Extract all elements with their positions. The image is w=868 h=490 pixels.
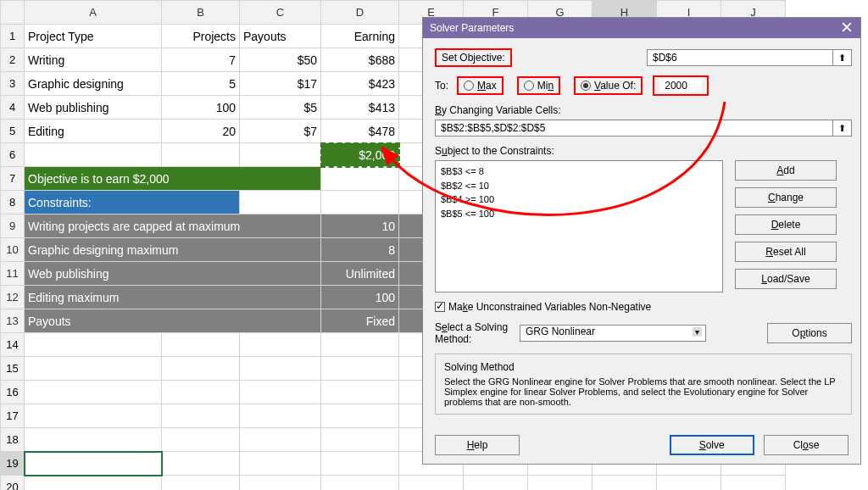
- loadsave-button[interactable]: Load/Save: [735, 269, 837, 289]
- cell-A1[interactable]: Project Type: [25, 25, 162, 48]
- cell-C1[interactable]: Payouts: [240, 25, 321, 48]
- set-objective-input[interactable]: [647, 49, 833, 66]
- objective-text[interactable]: Objective is to earn $2,000: [25, 167, 321, 191]
- cell-D1[interactable]: Earning: [321, 25, 399, 48]
- resetall-button[interactable]: Reset All: [735, 242, 837, 262]
- valueof-input[interactable]: [659, 79, 702, 92]
- to-label: To:: [435, 80, 448, 92]
- row-header-5[interactable]: 5: [1, 120, 25, 143]
- solve-button[interactable]: Solve: [670, 435, 754, 455]
- constraint-3-val[interactable]: Unlimited: [321, 262, 399, 286]
- constraint-2-val[interactable]: 8: [321, 238, 399, 262]
- row-header-3[interactable]: 3: [1, 72, 25, 96]
- constraint-5-text[interactable]: Payouts: [25, 309, 321, 333]
- constraint-2-text[interactable]: Graphic designing maximum: [25, 238, 321, 262]
- cell-D2[interactable]: $688: [321, 48, 399, 72]
- row-header-15[interactable]: 15: [1, 357, 25, 381]
- row-header-18[interactable]: 18: [1, 428, 25, 452]
- delete-button[interactable]: Delete: [735, 214, 837, 235]
- help-button[interactable]: Help: [435, 435, 520, 455]
- cell-A19-selected[interactable]: [25, 452, 162, 476]
- col-header-A[interactable]: A: [25, 1, 162, 25]
- row-header-7[interactable]: 7: [1, 167, 25, 191]
- row-header-11[interactable]: 11: [1, 262, 25, 286]
- cell-C5[interactable]: $7: [240, 120, 321, 143]
- valueof-radio[interactable]: [581, 81, 591, 91]
- select-all-corner[interactable]: [1, 1, 25, 25]
- row-header-10[interactable]: 10: [1, 238, 25, 262]
- min-radio[interactable]: [524, 81, 534, 91]
- row-header-13[interactable]: 13: [1, 309, 25, 333]
- valueof-label: Value Of:: [594, 80, 636, 92]
- options-button[interactable]: Options: [767, 323, 852, 343]
- add-button[interactable]: Add: [735, 160, 837, 181]
- range-picker-icon-2[interactable]: ⬆: [833, 120, 852, 136]
- change-button[interactable]: Change: [735, 187, 837, 208]
- row-header-12[interactable]: 12: [1, 286, 25, 309]
- row-header-16[interactable]: 16: [1, 381, 25, 404]
- constraint-4-text[interactable]: Editing maximum: [25, 286, 321, 309]
- row-header-2[interactable]: 2: [1, 48, 25, 72]
- row-header-8[interactable]: 8: [1, 191, 25, 214]
- row-header-19[interactable]: 19: [1, 452, 25, 476]
- select-method-label: Select a Solving Method:: [435, 321, 511, 345]
- row-header-1[interactable]: 1: [1, 25, 25, 48]
- cell-A4[interactable]: Web publishing: [25, 96, 162, 120]
- cell-A2[interactable]: Writing: [25, 48, 162, 72]
- cell-D3[interactable]: $423: [321, 72, 399, 96]
- cell-B5[interactable]: 20: [162, 120, 240, 143]
- changing-cells-input[interactable]: [435, 120, 833, 136]
- max-label: Max: [477, 80, 497, 92]
- solving-method-text: Select the GRG Nonlinear engine for Solv…: [444, 376, 843, 407]
- changing-cells-label: By Changing Variable Cells:: [435, 104, 852, 116]
- col-header-B[interactable]: B: [162, 1, 240, 25]
- solving-method-info: Solving Method Select the GRG Nonlinear …: [435, 354, 852, 415]
- constraints-listbox[interactable]: $B$3 <= 8 $B$2 <= 10 $B$4 >= 100 $B$5 <=…: [435, 160, 723, 292]
- row-header-4[interactable]: 4: [1, 96, 25, 120]
- min-label: Min: [537, 80, 554, 92]
- solving-method-select[interactable]: GRG Nonlinear: [520, 325, 706, 342]
- nonnegative-checkbox[interactable]: [435, 302, 445, 312]
- cell-D4[interactable]: $413: [321, 96, 399, 120]
- row-header-20[interactable]: 20: [1, 476, 25, 491]
- cell-A5[interactable]: Editing: [25, 120, 162, 143]
- row-header-14[interactable]: 14: [1, 333, 25, 357]
- max-radio[interactable]: [464, 81, 474, 91]
- constraint-1-val[interactable]: 10: [321, 214, 399, 238]
- dialog-titlebar[interactable]: Solver Parameters: [423, 18, 860, 38]
- row-header-17[interactable]: 17: [1, 404, 25, 428]
- subject-constraints-label: Subject to the Constraints:: [435, 145, 852, 157]
- row-header-6[interactable]: 6: [1, 143, 25, 167]
- cell-A3[interactable]: Graphic designing: [25, 72, 162, 96]
- cell-B1[interactable]: Projects: [162, 25, 240, 48]
- constraints-label[interactable]: Constraints:: [25, 191, 240, 214]
- cell-D6-total[interactable]: $2,000: [321, 143, 399, 167]
- constraint-1-text[interactable]: Writing projects are capped at maximum: [25, 214, 321, 238]
- constraint-5-val[interactable]: Fixed: [321, 309, 399, 333]
- constraint-3-text[interactable]: Web publishing: [25, 262, 321, 286]
- set-objective-label: Set Objective:: [435, 48, 512, 67]
- col-header-C[interactable]: C: [240, 1, 321, 25]
- cell-B2[interactable]: 7: [162, 48, 240, 72]
- cell-C4[interactable]: $5: [240, 96, 321, 120]
- cell-D5[interactable]: $478: [321, 120, 399, 143]
- solving-method-title: Solving Method: [444, 361, 843, 373]
- col-header-D[interactable]: D: [321, 1, 399, 25]
- dialog-title: Solver Parameters: [430, 22, 514, 34]
- constraint-4-val[interactable]: 100: [321, 286, 399, 309]
- cell-C2[interactable]: $50: [240, 48, 321, 72]
- cell-B3[interactable]: 5: [162, 72, 240, 96]
- row-header-9[interactable]: 9: [1, 214, 25, 238]
- range-picker-icon[interactable]: ⬆: [833, 49, 852, 66]
- close-button[interactable]: Close: [764, 435, 849, 455]
- close-icon[interactable]: [842, 22, 854, 34]
- solver-parameters-dialog: Solver Parameters Set Objective: ⬆ To: M…: [422, 17, 861, 465]
- cell-B4[interactable]: 100: [162, 96, 240, 120]
- nonnegative-label: Make Unconstrained Variables Non-Negativ…: [448, 301, 651, 313]
- cell-C3[interactable]: $17: [240, 72, 321, 96]
